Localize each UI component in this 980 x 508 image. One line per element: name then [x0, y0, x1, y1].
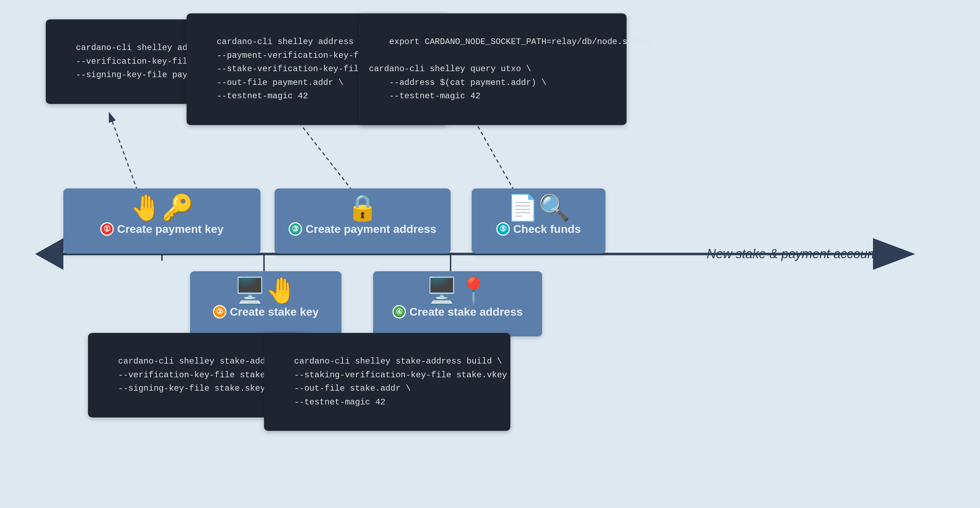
step-5-label: ⑤ Check funds: [496, 222, 581, 236]
code-box-5: export CARDANO_NODE_SOCKET_PATH=relay/db…: [359, 13, 627, 125]
code-box-4: cardano-cli shelley stake-address build …: [264, 333, 511, 431]
step-box-2: 🖥️🤚 ② Create stake key: [190, 271, 342, 336]
step-4-icon: 🖥️📍: [426, 278, 489, 303]
diagram-title-label: New stake & payment account: [707, 247, 878, 261]
diagram-container: cardano-cli shelley address key-gen \ --…: [0, 0, 980, 508]
step-2-icon: 🖥️🤚: [234, 278, 298, 303]
svg-marker-1: [873, 238, 915, 270]
step-box-3: 🔒 ③ Create payment address: [275, 189, 450, 254]
step-box-4: 🖥️📍 ④ Create stake address: [373, 271, 542, 336]
step-1-icon: 🤚🔑: [130, 195, 194, 220]
step-2-badge: ②: [213, 305, 226, 318]
step-5-icon: 📄🔍: [507, 195, 570, 220]
step-3-label: ③ Create payment address: [289, 222, 436, 236]
step-4-badge: ④: [393, 305, 406, 318]
step-3-badge: ③: [289, 222, 302, 236]
step-5-badge: ⑤: [496, 222, 510, 236]
step-1-badge: ①: [100, 222, 114, 236]
step-2-label: ② Create stake key: [213, 305, 319, 318]
svg-line-9: [109, 113, 137, 190]
step-3-icon: 🔒: [347, 195, 379, 220]
step-4-label: ④ Create stake address: [393, 305, 523, 318]
step-box-1: 🤚🔑 ① Create payment key: [64, 189, 261, 254]
step-1-label: ① Create payment key: [100, 222, 224, 236]
svg-marker-2: [35, 238, 64, 270]
step-box-5: 📄🔍 ⑤ Check funds: [472, 189, 605, 254]
